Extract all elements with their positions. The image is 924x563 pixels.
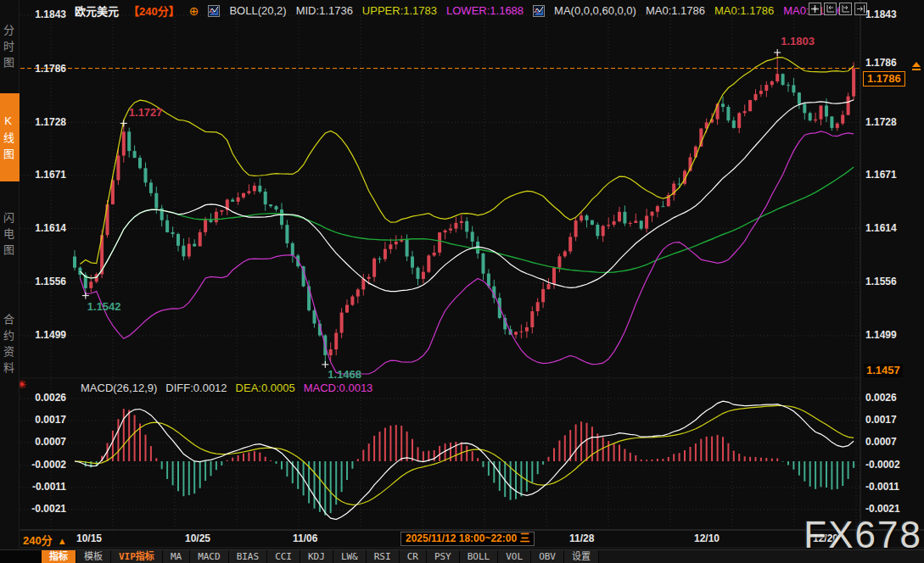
price-tick-right: 1.1843 bbox=[865, 8, 916, 21]
add-indicator-icon[interactable]: ⊕ bbox=[189, 6, 199, 16]
period-selector-label: 240分 bbox=[23, 534, 53, 547]
price-tick-right: 1.1671 bbox=[865, 169, 916, 181]
pan-icon[interactable] bbox=[809, 3, 821, 15]
tab-indicator[interactable]: 指标 bbox=[42, 550, 76, 563]
price-tick-left: 1.1556 bbox=[22, 276, 66, 288]
sidebar-item-kline-chart[interactable]: K线图 bbox=[0, 93, 20, 181]
x-axis-date: 12/10 bbox=[694, 532, 720, 544]
period-selector[interactable]: 240分▲ bbox=[23, 532, 67, 548]
ma-title: MA(0,0,0,60,0,0) bbox=[554, 4, 636, 17]
macd-tick-right: 0.0026 bbox=[865, 392, 916, 404]
macd-tick-left: -0.0021 bbox=[22, 503, 66, 516]
boll-lower-value: LOWER:1.1688 bbox=[446, 4, 524, 17]
tab-macd[interactable]: MACD bbox=[190, 550, 229, 563]
price-tick-left: 1.1614 bbox=[22, 222, 66, 235]
macd-tick-left: 0.0007 bbox=[22, 436, 66, 449]
macd-tick-right: 0.0017 bbox=[865, 414, 916, 426]
x-axis-date: 11/06 bbox=[293, 532, 317, 544]
symbol-name: 欧元美元 bbox=[75, 3, 119, 19]
svg-text:1.1727: 1.1727 bbox=[129, 106, 163, 119]
sidebar-item-label: 合约资料 bbox=[0, 314, 16, 378]
tab-cci[interactable]: CCI bbox=[267, 550, 300, 563]
svg-text:1.1542: 1.1542 bbox=[87, 300, 121, 313]
tab-ma[interactable]: MA bbox=[163, 550, 190, 563]
price-tick-right: 1.1786 bbox=[865, 57, 916, 70]
latest-price-arrow-icon[interactable] bbox=[910, 60, 922, 75]
tab-psy[interactable]: PSY bbox=[427, 550, 460, 563]
price-tick-left: 1.1786 bbox=[22, 63, 66, 75]
svg-text:1.1468: 1.1468 bbox=[328, 368, 361, 381]
macd-value: MACD:0.0013 bbox=[304, 382, 373, 394]
selected-bar-datetime: 2025/11/12 18:00~22:00 三 bbox=[400, 532, 535, 546]
tab-boll[interactable]: BOLL bbox=[460, 550, 499, 563]
tab-kdj[interactable]: KDJ bbox=[300, 550, 333, 563]
macd-tick-right: 0.0007 bbox=[865, 436, 916, 449]
x-axis-date: 10/15 bbox=[76, 532, 102, 544]
tab-bar-spacer bbox=[0, 550, 42, 563]
sidebar-item-lightning-chart[interactable]: 闪电图 bbox=[0, 192, 20, 276]
macd-tick-left: -0.0002 bbox=[22, 459, 66, 471]
scale-right-icon[interactable] bbox=[839, 3, 852, 15]
boll-legend-icon[interactable] bbox=[208, 5, 220, 17]
chart-type-sidebar: 分时图 K线图 闪电图 合约资料 bbox=[0, 0, 20, 549]
ma1-value: MA0:1.1786 bbox=[646, 4, 705, 17]
period-label: 【240分】 bbox=[128, 3, 180, 19]
macd-tick-left: -0.0011 bbox=[22, 481, 66, 493]
trading-app-window: 1.17271.15421.14681.1803 分时图 K线图 闪电图 合约资… bbox=[0, 0, 924, 563]
price-tick-left: 1.1671 bbox=[22, 169, 66, 181]
tab-lw[interactable]: LW& bbox=[333, 550, 367, 563]
macd-dea-value: DEA:0.0005 bbox=[236, 382, 295, 394]
ma2-value: MA0:1.1786 bbox=[714, 4, 774, 17]
boll-title: BOLL(20,2) bbox=[229, 4, 286, 17]
sidebar-item-label: 分时图 bbox=[0, 25, 16, 73]
current-price-badge: 1.1786 bbox=[863, 71, 905, 86]
tab-settings[interactable]: 设置 bbox=[564, 550, 599, 563]
tab-rsi[interactable]: RSI bbox=[367, 550, 400, 563]
chart-header: 欧元美元 【240分】 ⊕ BOLL(20,2) MID:1.1736 UPPE… bbox=[75, 3, 843, 19]
macd-tick-right: -0.0011 bbox=[865, 481, 916, 493]
macd-title: MACD(26,12,9) bbox=[81, 382, 157, 394]
macd-tick-left: 0.0026 bbox=[22, 392, 66, 404]
price-tick-left: 1.1728 bbox=[22, 116, 66, 129]
sidebar-item-label: K线图 bbox=[0, 114, 16, 164]
sidebar-item-time-chart[interactable]: 分时图 bbox=[0, 5, 20, 88]
sidebar-item-contract-info[interactable]: 合约资料 bbox=[0, 288, 20, 400]
boll-upper-value: UPPER:1.1783 bbox=[362, 4, 437, 17]
watermark: FX678 bbox=[804, 514, 922, 556]
indicator-tab-bar: 指标 模板 VIP指标 MA MACD BIAS CCI KDJ LW& RSI… bbox=[0, 549, 924, 563]
price-tick-right: 1.1499 bbox=[865, 329, 916, 342]
price-tick-left: 1.1843 bbox=[22, 8, 66, 21]
macd-header: MACD(26,12,9) DIFF:0.0012 DEA:0.0005 MAC… bbox=[81, 382, 372, 394]
boll-mid-value: MID:1.1736 bbox=[296, 4, 353, 17]
price-tick-right: 1.1556 bbox=[865, 276, 916, 288]
price-tick-right: 1.1728 bbox=[865, 116, 916, 129]
tab-bias[interactable]: BIAS bbox=[229, 550, 268, 563]
ma-legend-icon[interactable] bbox=[533, 5, 545, 17]
price-tick-right: 1.1614 bbox=[865, 222, 916, 235]
price-tick-left: 1.1499 bbox=[22, 329, 66, 342]
svg-text:1.1803: 1.1803 bbox=[781, 35, 815, 47]
sidebar-item-label: 闪电图 bbox=[0, 212, 16, 260]
macd-tick-left: 0.0017 bbox=[22, 414, 66, 426]
dropdown-arrow-icon: ▲ bbox=[58, 536, 67, 546]
tab-vol[interactable]: VOL bbox=[498, 550, 531, 563]
tab-template[interactable]: 模板 bbox=[76, 550, 111, 563]
tab-vip-indicator[interactable]: VIP指标 bbox=[111, 550, 163, 563]
macd-tick-right: -0.0002 bbox=[865, 459, 916, 471]
x-axis-date: 11/28 bbox=[569, 532, 594, 544]
price-chart-canvas[interactable]: 1.17271.15421.14681.1803 bbox=[0, 0, 924, 563]
chart-toolbar bbox=[809, 3, 867, 15]
x-axis-date: 10/25 bbox=[185, 532, 210, 544]
scale-left-icon[interactable] bbox=[824, 3, 837, 15]
scale-low-badge: 1.1457 bbox=[864, 364, 903, 377]
tab-obv[interactable]: OBV bbox=[531, 550, 564, 563]
tab-cr[interactable]: CR bbox=[400, 550, 427, 563]
macd-diff-value: DIFF:0.0012 bbox=[165, 382, 227, 394]
